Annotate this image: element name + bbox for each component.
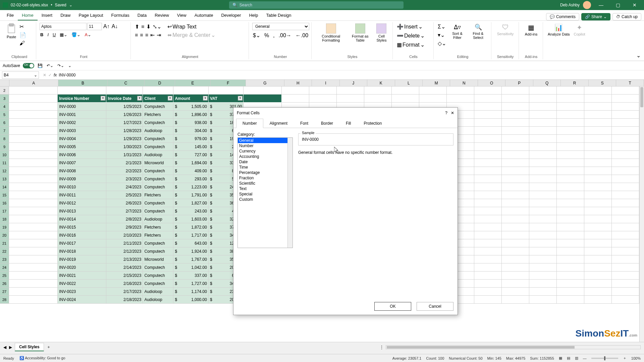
cell[interactable] (502, 288, 529, 296)
cell[interactable] (529, 111, 557, 119)
cell[interactable]: Computech (143, 135, 173, 143)
cell[interactable] (474, 127, 502, 135)
cell[interactable] (557, 247, 584, 255)
cell[interactable]: Computech (143, 143, 173, 151)
paste-button[interactable]: Paste (5, 23, 17, 40)
cell[interactable] (557, 86, 584, 95)
cell[interactable]: INV-0015 (58, 223, 106, 231)
ribbon-tab-home[interactable]: Home (18, 11, 38, 20)
cell[interactable] (392, 95, 419, 103)
cell[interactable]: 2/1/2023 (106, 159, 143, 167)
new-sheet-button[interactable]: ＋ (47, 344, 51, 350)
cell[interactable]: INV-0003 (58, 127, 106, 135)
cell[interactable]: Fletchers (143, 191, 173, 199)
cell[interactable] (474, 231, 502, 239)
cell[interactable] (9, 288, 58, 296)
view-page-layout-button[interactable]: ▤ (567, 356, 570, 360)
analyze-data-button[interactable]: 📊Analyze Data (546, 23, 571, 37)
decrease-indent-button[interactable]: ⇤ (150, 31, 155, 39)
cell[interactable]: INV-0021 (58, 272, 106, 280)
cell[interactable] (364, 86, 392, 95)
column-header-I[interactable]: I (312, 80, 339, 86)
ribbon-tab-file[interactable]: File (3, 11, 18, 20)
cell[interactable]: 2/13/2023 (106, 255, 143, 263)
cell[interactable] (584, 215, 612, 223)
cell[interactable] (557, 151, 584, 159)
cell[interactable]: INV-0019 (58, 255, 106, 263)
category-item-special[interactable]: Special (238, 191, 292, 197)
cell[interactable]: 2/4/2023 (106, 183, 143, 191)
cell[interactable] (584, 135, 612, 143)
cell[interactable] (612, 183, 639, 191)
filter-button[interactable]: ▾ (203, 96, 208, 101)
cell[interactable] (474, 103, 502, 111)
cell[interactable]: 2/2/2023 (106, 167, 143, 175)
cell[interactable] (9, 86, 58, 95)
cell[interactable]: 2/7/2023 (106, 207, 143, 215)
cell[interactable] (474, 191, 502, 199)
cell[interactable] (474, 111, 502, 119)
cell[interactable] (612, 103, 639, 111)
cell[interactable] (502, 231, 529, 239)
cell[interactable] (557, 255, 584, 263)
ribbon-tab-developer[interactable]: Developer (217, 11, 245, 20)
table-header-cell[interactable]: Invoice Date▾ (106, 95, 143, 103)
cell[interactable] (474, 255, 502, 263)
cell[interactable] (529, 159, 557, 167)
row-header[interactable]: 12 (0, 167, 9, 175)
row-header[interactable]: 20 (0, 231, 9, 239)
column-header-L[interactable]: L (395, 80, 423, 86)
user-name[interactable]: Deb Ashby (560, 3, 580, 7)
cell[interactable] (529, 135, 557, 143)
cell[interactable] (529, 191, 557, 199)
cell[interactable] (584, 159, 612, 167)
cell[interactable] (9, 223, 58, 231)
cell[interactable] (173, 86, 209, 95)
cell[interactable] (612, 143, 639, 151)
cell[interactable]: INV-0002 (58, 119, 106, 127)
cell[interactable]: 1/27/2023 (106, 119, 143, 127)
cell[interactable] (612, 119, 639, 127)
cell[interactable] (529, 231, 557, 239)
cell[interactable] (419, 86, 447, 95)
cell[interactable] (502, 127, 529, 135)
cell[interactable]: 1/29/2023 (106, 135, 143, 143)
enter-formula-button[interactable]: ✓ (48, 73, 52, 77)
row-header[interactable]: 27 (0, 288, 9, 296)
cell[interactable]: $727.00 (173, 151, 209, 159)
cell[interactable]: $938.00 (173, 119, 209, 127)
cell[interactable] (612, 167, 639, 175)
row-header[interactable]: 5 (0, 111, 9, 119)
cell[interactable] (557, 191, 584, 199)
cell[interactable] (9, 199, 58, 207)
cell[interactable] (106, 86, 143, 95)
cell[interactable] (529, 183, 557, 191)
row-header[interactable]: 15 (0, 191, 9, 199)
dialog-tab-number[interactable]: Number (236, 119, 263, 128)
cell[interactable]: Computech (143, 175, 173, 183)
cell[interactable]: Computech (143, 272, 173, 280)
cell[interactable]: $1,924.00 (173, 247, 209, 255)
cell[interactable] (502, 191, 529, 199)
cell[interactable]: 2/11/2023 (106, 239, 143, 247)
cell[interactable]: $304.00 (173, 127, 209, 135)
share-button[interactable]: 🔗 Share ⌄ (581, 13, 610, 20)
cell[interactable] (502, 296, 529, 304)
category-item-currency[interactable]: Currency (238, 148, 292, 154)
fill-button[interactable]: ▾⌄ (437, 31, 447, 39)
cell[interactable] (9, 167, 58, 175)
cell[interactable] (474, 296, 502, 304)
ribbon-tab-draw[interactable]: Draw (56, 11, 74, 20)
cell[interactable] (502, 103, 529, 111)
cell[interactable] (474, 119, 502, 127)
cell[interactable] (612, 95, 639, 103)
comments-button[interactable]: 💬 Comments (546, 13, 579, 20)
minimize-button[interactable]: — (594, 2, 608, 8)
save-button[interactable]: 💾 (37, 63, 43, 69)
copy-button[interactable]: 📄 (19, 31, 27, 39)
column-header-S[interactable]: S (589, 80, 616, 86)
clear-button[interactable]: ◇⌄ (437, 40, 447, 47)
cell[interactable] (9, 231, 58, 239)
decrease-font-button[interactable]: A↓ (111, 23, 119, 30)
cell[interactable]: $1,174.00 (173, 288, 209, 296)
